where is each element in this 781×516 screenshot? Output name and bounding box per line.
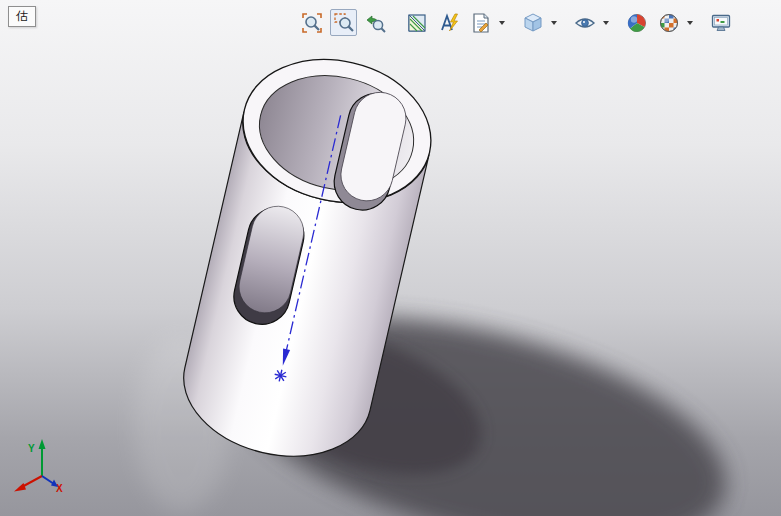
view-orientation-button[interactable] [519,9,546,36]
hide-show-items-eye-icon [574,12,596,34]
zoom-to-area-button[interactable] [330,9,357,36]
3d-viewport[interactable] [0,0,781,516]
dynamic-annotation-views-button[interactable] [435,9,462,36]
3d-drawing-view-button[interactable] [467,9,494,36]
edit-appearance-button[interactable] [623,9,650,36]
view-settings-monitor-icon [710,12,732,34]
heads-up-view-toolbar [298,9,734,36]
zoom-to-fit-button[interactable] [298,9,325,36]
edit-appearance-sphere-icon [626,12,648,34]
3d-drawing-view-dropdown-caret[interactable] [499,21,505,25]
commandmanager-tab-evaluate[interactable]: 估 [8,6,36,27]
apply-scene-button[interactable] [655,9,682,36]
apply-scene-sphere-icon [658,12,680,34]
view-orientation-cube-icon [522,12,544,34]
reference-triad: Y X [8,434,98,510]
view-orientation-dropdown-caret[interactable] [551,21,557,25]
hide-show-items-dropdown-caret[interactable] [603,21,609,25]
view-settings-button[interactable] [707,9,734,36]
solidworks-viewport-window: 估 [0,0,781,516]
zoom-to-fit-icon [301,12,323,34]
previous-view-button[interactable] [362,9,389,36]
x-axis-label: X [56,483,63,494]
previous-view-icon [365,12,387,34]
z-axis-arrow [42,476,54,484]
y-axis-label: Y [28,443,35,454]
section-view-button[interactable] [403,9,430,36]
zoom-to-area-icon [333,12,355,34]
x-axis-arrow [14,483,26,492]
3d-drawing-view-icon [470,12,492,34]
section-view-icon [406,12,428,34]
hide-show-items-button[interactable] [571,9,598,36]
y-axis-arrow [39,439,46,449]
apply-scene-dropdown-caret[interactable] [687,21,693,25]
dynamic-annotation-views-icon [438,12,460,34]
